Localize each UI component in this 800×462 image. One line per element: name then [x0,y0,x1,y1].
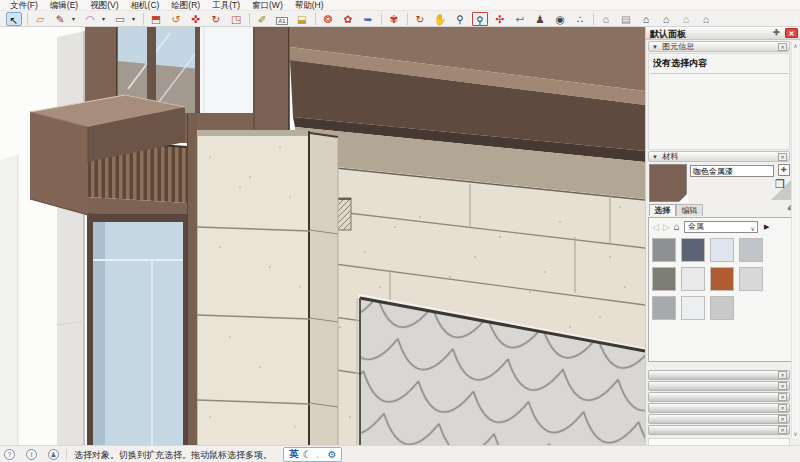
corner-post[interactable] [187,113,197,445]
info-icon[interactable]: i [26,449,37,460]
menu-item[interactable]: 帮助(H) [289,0,330,11]
followme-tool[interactable]: ↺ [168,12,184,26]
share-model-tool[interactable]: ➥ [360,12,376,26]
swatch-corrugated-gray[interactable] [710,296,734,320]
swatch-rust[interactable] [710,267,734,291]
home-icon[interactable]: ⌂ [674,221,680,232]
collapsed-panel-button[interactable]: ✕ [778,382,787,390]
collapsed-panel-bar[interactable]: ✕ [648,392,790,402]
viewport-3d[interactable] [0,27,645,445]
home-dark-icon[interactable]: ⌂ [638,12,654,26]
lower-glass-window[interactable] [87,214,187,445]
tape-measure-tool[interactable]: ✐ [254,12,270,26]
gear-icon[interactable]: ⚙ [327,449,336,460]
materials-header[interactable]: ▼ 材料 ✕ [648,151,790,162]
panel-scrollbar[interactable]: ∧ ∨ [791,41,799,438]
previous-view-tool[interactable]: ↩ [512,12,528,26]
entity-info-close-button[interactable]: ✕ [778,43,787,51]
menu-item[interactable]: 窗口(W) [246,0,289,11]
look-around-tool[interactable]: ◉ [552,12,568,26]
orbit-tool[interactable]: ↻ [412,12,428,26]
swatch-galvanized[interactable] [652,296,676,320]
swatch-weave-gray[interactable] [652,238,676,262]
details-arrow-button[interactable]: ▶ [764,223,769,231]
collapsed-panel-button[interactable]: ✕ [778,393,787,401]
dimension-tool[interactable]: A1 [274,12,290,26]
collapsed-panel-bar[interactable]: ✕ [648,381,790,391]
section-plane-tool[interactable]: ❂ [320,12,336,26]
swatch-aluminum-light[interactable] [710,238,734,262]
stone-pillar[interactable] [197,130,338,445]
zoom-window-tool[interactable]: ⚲ [472,12,488,26]
line-tool-caret[interactable]: ▾ [72,15,79,22]
scroll-down-icon[interactable]: ∨ [792,430,799,437]
material-name-input[interactable] [690,165,774,177]
panel-title-bar[interactable]: 默认面板 ✚ ✕ [646,27,800,40]
collapsed-panel-bar[interactable]: ✕ [648,370,790,380]
back-arrow-icon[interactable]: ◁ [652,222,659,232]
pin-icon[interactable]: ✚ [773,28,780,37]
swatch-diamond-plate[interactable] [739,267,763,291]
help-icon[interactable]: ? [4,449,15,460]
swatch-corrugated-white[interactable] [681,267,705,291]
panel-close-button[interactable]: ✕ [785,28,798,38]
zoom-extents-tool[interactable]: ✣ [492,12,508,26]
swatch-metal-olive[interactable] [652,267,676,291]
collapsed-panel-button[interactable]: ✕ [778,415,787,423]
swatch-mesh-dark[interactable] [681,238,705,262]
hide-rest-tool[interactable]: ✾ [386,12,402,26]
rectangle-tool-caret[interactable]: ▾ [132,15,139,22]
section-fill-tool[interactable]: ✿ [340,12,356,26]
collapsed-panel-button[interactable]: ✕ [778,371,787,379]
ime-language-button[interactable]: 英 [289,448,299,461]
rotate-tool[interactable]: ↻ [208,12,224,26]
paint-bucket-tool[interactable]: ⬓ [294,12,310,26]
position-camera-tool[interactable]: ♟ [532,12,548,26]
moon-icon[interactable]: ☾ [303,449,312,460]
scale-tool[interactable]: ◳ [228,12,244,26]
menu-item[interactable]: 绘图(R) [165,0,206,11]
arc-tool-caret[interactable]: ▾ [102,15,109,22]
component-icon[interactable]: ▤ [618,12,634,26]
menu-item[interactable]: 文件(F) [4,0,44,11]
materials-close-button[interactable]: ✕ [778,153,787,161]
material-preview[interactable] [649,164,687,202]
account-icon[interactable]: ♟ [48,449,59,460]
tab-select[interactable]: 选择 [649,204,676,216]
menu-item[interactable]: 视图(V) [84,0,124,11]
collapsed-panel-bar[interactable]: ✕ [648,403,790,413]
scroll-up-icon[interactable]: ∧ [792,42,799,49]
create-material-button[interactable]: ✚ [778,164,790,176]
move-tool[interactable]: ✜ [188,12,204,26]
paint-sample-cube-icon[interactable]: ❒ [775,178,785,191]
pushpull-tool[interactable]: ⬒ [148,12,164,26]
collapsed-panel-button[interactable]: ✕ [778,426,787,434]
collapse-arrow-icon[interactable]: ▼ [652,154,658,160]
line-tool[interactable]: ✎ [52,12,68,26]
collapse-arrow-icon[interactable]: ▼ [652,44,658,50]
pan-tool[interactable]: ✋ [432,12,448,26]
collapsed-panel-bar[interactable]: ✕ [648,425,790,435]
forward-arrow-icon[interactable]: ▷ [663,222,670,232]
house-box-icon[interactable]: ⌂ [658,12,674,26]
arc-tool[interactable]: ◠ [82,12,98,26]
zoom-tool[interactable]: ⚲ [452,12,468,26]
menu-item[interactable]: 编辑(E) [44,0,84,11]
house-outline-icon[interactable]: ⌂ [678,12,694,26]
walk-tool[interactable]: ∴ [572,12,588,26]
punctuation-icon[interactable]: 、 [315,449,323,460]
menu-item[interactable]: 相机(C) [125,0,166,11]
entity-info-header[interactable]: ▼ 图元信息 ✕ [648,41,790,52]
category-dropdown[interactable]: 金属 ∨ [684,221,758,233]
select-tool[interactable]: ↖ [6,12,22,26]
house-flat-icon[interactable]: ⌂ [698,12,714,26]
eraser-tool[interactable]: ▱ [32,12,48,26]
collapsed-panel-button[interactable]: ✕ [778,404,787,412]
swatch-metal-gray[interactable] [739,238,763,262]
collapsed-panel-bar[interactable]: ✕ [648,414,790,424]
swatch-steel-white[interactable] [681,296,705,320]
menu-item[interactable]: 工具(T) [206,0,246,11]
tab-edit[interactable]: 编辑 [676,204,703,216]
rectangle-tool[interactable]: ▭ [112,12,128,26]
warehouse-icon[interactable]: ⌂ [598,12,614,26]
